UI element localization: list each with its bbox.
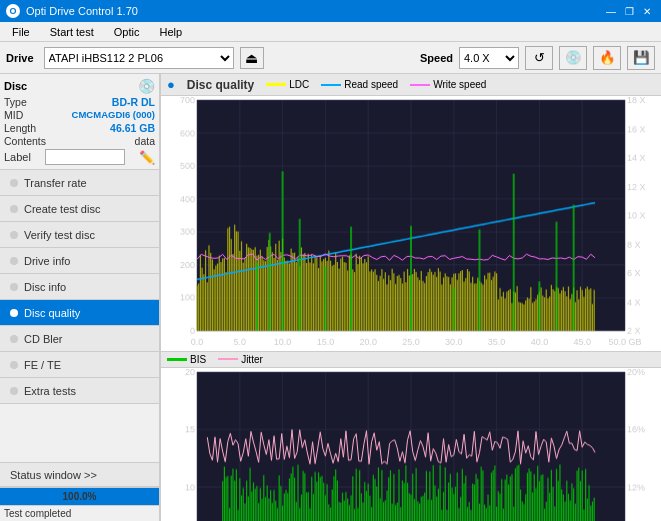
legend-bis: BIS bbox=[167, 354, 206, 365]
nav-drive-info[interactable]: Drive info bbox=[0, 248, 159, 274]
menu-optic[interactable]: Optic bbox=[106, 24, 148, 40]
eject-button[interactable]: ⏏ bbox=[240, 47, 264, 69]
app-icon: O bbox=[6, 4, 20, 18]
title-bar: O Opti Drive Control 1.70 — ❐ ✕ bbox=[0, 0, 661, 22]
maximize-button[interactable]: ❐ bbox=[621, 4, 637, 18]
progress-text: 100.0% bbox=[0, 488, 159, 505]
disc-label-input[interactable] bbox=[45, 149, 125, 165]
contents-value: data bbox=[135, 135, 155, 147]
nav-buttons: Transfer rate Create test disc Verify te… bbox=[0, 170, 159, 462]
burn-button[interactable]: 🔥 bbox=[593, 46, 621, 70]
top-chart-canvas bbox=[161, 96, 661, 351]
nav-dot bbox=[10, 231, 18, 239]
sidebar: Disc 💿 Type BD-R DL MID CMCMAGDI6 (000) … bbox=[0, 74, 160, 521]
drive-select[interactable]: ATAPI iHBS112 2 PL06 bbox=[44, 47, 234, 69]
legend-read-speed: Read speed bbox=[321, 79, 398, 90]
progress-bar: 100.0% bbox=[0, 487, 159, 505]
menu-bar: File Start test Optic Help bbox=[0, 22, 661, 42]
mid-label: MID bbox=[4, 109, 23, 121]
nav-dot bbox=[10, 309, 18, 317]
length-value: 46.61 GB bbox=[110, 122, 155, 134]
toolbar: Drive ATAPI iHBS112 2 PL06 ⏏ Speed 4.0 X… bbox=[0, 42, 661, 74]
contents-label: Contents bbox=[4, 135, 46, 147]
legend-write-speed: Write speed bbox=[410, 79, 486, 90]
disc-panel-icon: 💿 bbox=[138, 78, 155, 94]
nav-extra-tests[interactable]: Extra tests bbox=[0, 378, 159, 404]
nav-transfer-rate[interactable]: Transfer rate bbox=[0, 170, 159, 196]
disc-label-label: Label bbox=[4, 151, 31, 163]
menu-start-test[interactable]: Start test bbox=[42, 24, 102, 40]
charts-container: BIS Jitter bbox=[161, 96, 661, 521]
disc-info-panel: Disc 💿 Type BD-R DL MID CMCMAGDI6 (000) … bbox=[0, 74, 159, 170]
app-title: Opti Drive Control 1.70 bbox=[26, 5, 138, 17]
nav-dot bbox=[10, 205, 18, 213]
main-content: Disc 💿 Type BD-R DL MID CMCMAGDI6 (000) … bbox=[0, 74, 661, 521]
top-chart bbox=[161, 96, 661, 352]
nav-dot bbox=[10, 179, 18, 187]
nav-dot bbox=[10, 335, 18, 343]
nav-disc-quality[interactable]: Disc quality bbox=[0, 300, 159, 326]
test-completed-status: Test completed bbox=[0, 505, 159, 521]
status-section: Status window >> 100.0% Test completed bbox=[0, 462, 159, 521]
bottom-chart-canvas bbox=[161, 368, 661, 522]
disc-icon-button[interactable]: 💿 bbox=[559, 46, 587, 70]
speed-select[interactable]: 4.0 X 8.0 X bbox=[459, 47, 519, 69]
chart-area: ● Disc quality LDC Read speed Write spee… bbox=[160, 74, 661, 521]
bottom-chart bbox=[161, 368, 661, 522]
nav-create-test-disc[interactable]: Create test disc bbox=[0, 196, 159, 222]
length-label: Length bbox=[4, 122, 36, 134]
nav-cd-bler[interactable]: CD Bler bbox=[0, 326, 159, 352]
disc-panel-title: Disc bbox=[4, 80, 27, 92]
nav-fe-te[interactable]: FE / TE bbox=[0, 352, 159, 378]
menu-file[interactable]: File bbox=[4, 24, 38, 40]
menu-help[interactable]: Help bbox=[151, 24, 190, 40]
speed-label: Speed bbox=[420, 52, 453, 64]
save-button[interactable]: 💾 bbox=[627, 46, 655, 70]
label-edit-icon[interactable]: ✏️ bbox=[139, 150, 155, 165]
minimize-button[interactable]: — bbox=[603, 4, 619, 18]
type-label: Type bbox=[4, 96, 27, 108]
chart-title: Disc quality bbox=[187, 78, 254, 92]
nav-dot bbox=[10, 257, 18, 265]
mid-value: CMCMAGDI6 (000) bbox=[72, 109, 155, 121]
type-value: BD-R DL bbox=[112, 96, 155, 108]
chart-header: ● Disc quality LDC Read speed Write spee… bbox=[161, 74, 661, 96]
nav-dot bbox=[10, 283, 18, 291]
legend-ldc: LDC bbox=[266, 79, 309, 90]
close-button[interactable]: ✕ bbox=[639, 4, 655, 18]
refresh-button[interactable]: ↺ bbox=[525, 46, 553, 70]
bottom-chart-header: BIS Jitter bbox=[161, 352, 661, 368]
drive-label: Drive bbox=[6, 52, 34, 64]
status-window-button[interactable]: Status window >> bbox=[0, 463, 159, 487]
nav-dot bbox=[10, 387, 18, 395]
nav-disc-info[interactable]: Disc info bbox=[0, 274, 159, 300]
legend-jitter: Jitter bbox=[218, 354, 263, 365]
nav-verify-test-disc[interactable]: Verify test disc bbox=[0, 222, 159, 248]
nav-dot bbox=[10, 361, 18, 369]
